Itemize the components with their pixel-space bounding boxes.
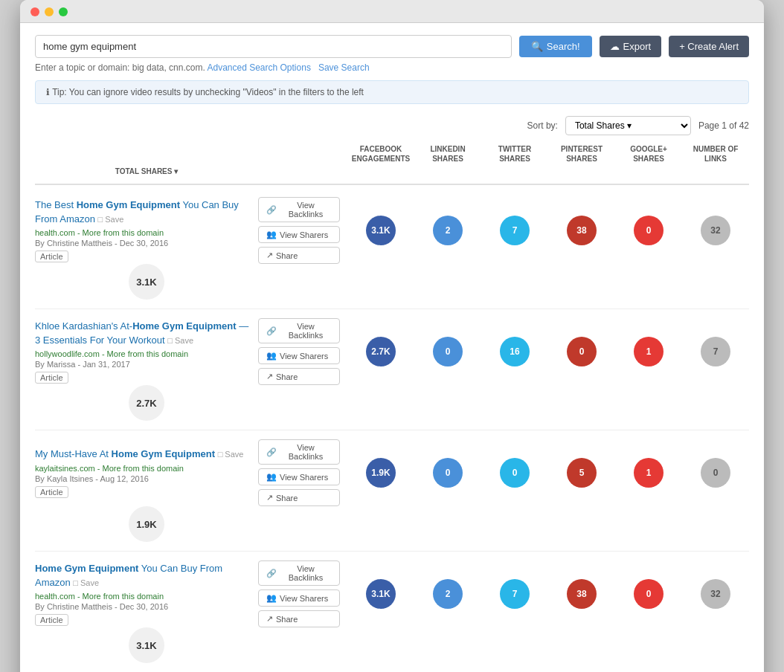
col-header-linkedin: LinkedInShares — [414, 143, 481, 165]
links-cell: 0 — [682, 458, 749, 488]
view-sharers-button[interactable]: 👥 View Sharers — [258, 468, 340, 485]
col-header-title — [35, 143, 258, 165]
result-domain: health.com - More from this domain — [35, 228, 251, 237]
sort-by-label: Sort by: — [527, 120, 558, 131]
maximize-button[interactable] — [59, 7, 68, 16]
sort-select[interactable]: Total Shares ▾ Facebook Engagements Twit… — [565, 116, 691, 135]
share-button[interactable]: ↗ Share — [258, 610, 340, 627]
advanced-search-link[interactable]: Advanced Search Options — [207, 62, 310, 73]
linkedin-cell: 0 — [414, 337, 481, 366]
pinterest-cell: 38 — [548, 579, 615, 609]
facebook-cell: 2.7K — [347, 337, 414, 366]
create-alert-button[interactable]: + Create Alert — [669, 36, 749, 57]
facebook-circle: 2.7K — [366, 337, 396, 366]
domain-link[interactable]: kaylaitsines.com — [35, 464, 95, 473]
total-cell: 2.7K — [35, 385, 258, 421]
result-tag: Article — [35, 486, 68, 498]
googleplus-circle: 1 — [634, 337, 663, 366]
result-title: Khloe Kardashian's At-Home Gym Equipment… — [35, 320, 251, 346]
sharers-icon: 👥 — [266, 472, 277, 482]
domain-link[interactable]: hollywoodlife.com — [35, 349, 100, 358]
result-meta: By Christine Mattheis - Dec 30, 2016 — [35, 239, 251, 248]
links-cell: 32 — [682, 579, 749, 609]
result-link[interactable]: Khloe Kardashian's At-Home Gym Equipment… — [35, 320, 248, 345]
googleplus-cell: 0 — [615, 579, 682, 609]
search-hint: Enter a topic or domain: big data, cnn.c… — [35, 62, 749, 73]
twitter-cell: 7 — [481, 579, 548, 609]
twitter-cell: 16 — [481, 337, 548, 366]
facebook-cell: 3.1K — [347, 579, 414, 609]
googleplus-circle: 0 — [634, 216, 663, 245]
save-link[interactable]: □ Save — [98, 215, 124, 224]
facebook-cell: 1.9K — [347, 458, 414, 488]
total-circle: 1.9K — [129, 506, 164, 542]
actions-col: 🔗 View Backlinks 👥 View Sharers ↗ Share — [258, 560, 347, 627]
total-cell: 3.1K — [35, 627, 258, 663]
table-row: Khloe Kardashian's At-Home Gym Equipment… — [35, 309, 749, 430]
sharers-icon: 👥 — [266, 593, 277, 603]
links-circle: 0 — [701, 458, 730, 488]
backlinks-icon: 🔗 — [266, 569, 277, 578]
domain-link[interactable]: health.com — [35, 228, 75, 237]
result-title: My Must-Have At Home Gym Equipment □ Sav… — [35, 448, 251, 461]
share-button[interactable]: ↗ Share — [258, 368, 340, 385]
linkedin-circle: 2 — [433, 216, 463, 245]
table-row: My Must-Have At Home Gym Equipment □ Sav… — [35, 430, 749, 552]
result-link[interactable]: The Best Home Gym Equipment You Can Buy … — [35, 199, 239, 224]
facebook-circle: 3.1K — [366, 579, 396, 609]
facebook-circle: 3.1K — [366, 216, 396, 245]
search-button[interactable]: 🔍 Search! — [519, 36, 592, 57]
result-domain: health.com - More from this domain — [35, 592, 251, 601]
minimize-button[interactable] — [45, 7, 54, 16]
col-header-links: Number ofLinks — [682, 143, 749, 165]
result-title: The Best Home Gym Equipment You Can Buy … — [35, 198, 251, 225]
linkedin-cell: 0 — [414, 458, 481, 488]
view-sharers-button[interactable]: 👥 View Sharers — [258, 226, 340, 243]
view-backlinks-button[interactable]: 🔗 View Backlinks — [258, 560, 340, 586]
backlinks-icon: 🔗 — [266, 448, 277, 457]
links-circle: 32 — [701, 216, 730, 245]
sharers-icon: 👥 — [266, 351, 277, 361]
share-button[interactable]: ↗ Share — [258, 247, 340, 264]
domain-link[interactable]: health.com — [35, 592, 75, 601]
result-domain: hollywoodlife.com - More from this domai… — [35, 349, 251, 358]
search-input[interactable] — [35, 35, 512, 58]
export-icon: ☁ — [610, 41, 620, 52]
googleplus-cell: 0 — [615, 216, 682, 245]
pinterest-circle: 5 — [567, 458, 597, 488]
result-meta: By Kayla Itsines - Aug 12, 2016 — [35, 474, 251, 483]
col-header-googleplus: Google+Shares — [615, 143, 682, 165]
facebook-circle: 1.9K — [366, 458, 396, 488]
save-link[interactable]: □ Save — [218, 450, 244, 459]
page-info: Page 1 of 42 — [698, 120, 749, 131]
actions-col: 🔗 View Backlinks 👥 View Sharers ↗ Share — [258, 439, 347, 506]
results-container: The Best Home Gym Equipment You Can Buy … — [35, 188, 749, 672]
save-link[interactable]: □ Save — [73, 578, 99, 587]
result-tag: Article — [35, 251, 68, 262]
col-header-total[interactable]: Total Shares ▾ — [35, 165, 258, 178]
view-backlinks-button[interactable]: 🔗 View Backlinks — [258, 318, 340, 343]
search-icon: 🔍 — [531, 41, 543, 52]
view-backlinks-button[interactable]: 🔗 View Backlinks — [258, 197, 340, 222]
result-tag: Article — [35, 372, 68, 384]
twitter-circle: 7 — [500, 579, 530, 609]
result-link[interactable]: Home Gym Equipment You Can Buy From Amaz… — [35, 563, 222, 587]
result-info: Home Gym Equipment You Can Buy From Amaz… — [35, 562, 258, 625]
backlinks-icon: 🔗 — [266, 326, 277, 336]
share-icon: ↗ — [266, 251, 273, 260]
total-circle: 3.1K — [129, 627, 164, 663]
save-link[interactable]: □ Save — [167, 336, 193, 345]
view-sharers-button[interactable]: 👥 View Sharers — [258, 347, 340, 364]
titlebar — [20, 0, 764, 23]
save-search-link[interactable]: Save Search — [318, 62, 370, 73]
links-cell: 7 — [682, 337, 749, 366]
view-sharers-button[interactable]: 👥 View Sharers — [258, 589, 340, 607]
twitter-cell: 7 — [481, 216, 548, 245]
view-backlinks-button[interactable]: 🔗 View Backlinks — [258, 439, 340, 465]
share-button[interactable]: ↗ Share — [258, 489, 340, 506]
close-button[interactable] — [30, 7, 39, 16]
result-link[interactable]: My Must-Have At Home Gym Equipment — [35, 448, 215, 459]
export-button[interactable]: ☁ Export — [600, 36, 662, 57]
linkedin-cell: 2 — [414, 216, 481, 245]
pinterest-circle: 38 — [567, 216, 597, 245]
